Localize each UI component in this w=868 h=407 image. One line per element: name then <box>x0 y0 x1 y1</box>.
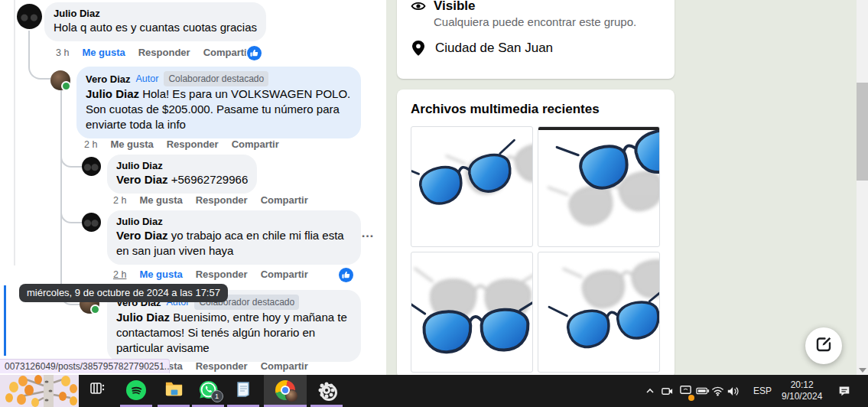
thumbs-up-icon <box>250 47 258 60</box>
media-photo-sunglasses[interactable] <box>411 126 533 247</box>
media-grid <box>411 126 661 373</box>
media-photo-sunglasses[interactable] <box>538 252 660 373</box>
comment-actions: 2 h Me gusta Responder Compartir <box>113 194 308 206</box>
thread-connector <box>28 31 50 80</box>
thread-connector <box>60 210 83 223</box>
reply-link[interactable]: Responder <box>196 194 248 206</box>
comment-bubble: Julio Diaz Vero Diaz yo trabajo aca en c… <box>107 210 361 265</box>
file-explorer-icon <box>164 378 184 402</box>
task-view-icon <box>89 380 106 400</box>
taskbar-file-explorer[interactable] <box>157 375 190 405</box>
tray-volume[interactable] <box>727 375 740 407</box>
comment-author[interactable]: Julio Diaz <box>116 215 352 228</box>
notifications-icon <box>837 384 851 398</box>
like-link[interactable]: Me gusta <box>139 194 182 206</box>
eye-icon <box>411 0 426 14</box>
scroll-down-icon[interactable] <box>859 368 866 373</box>
taskbar-settings[interactable] <box>310 375 343 405</box>
taskbar-notepad[interactable] <box>226 375 260 405</box>
comment-time[interactable]: 3 h <box>56 47 69 58</box>
settings-gear-icon <box>323 386 330 394</box>
reply-link[interactable]: Responder <box>167 138 219 150</box>
recent-media-card: Archivos multimedia recientes <box>397 90 675 379</box>
group-location: Ciudad de San Juan <box>435 41 553 56</box>
language-indicator[interactable]: ESP <box>753 375 772 407</box>
comment-text: +56962729966 <box>171 173 249 186</box>
mention-link[interactable]: Julio Diaz <box>86 87 139 100</box>
taskbar-spotify[interactable] <box>119 375 153 405</box>
group-info-card: Visible Cualquiera puede encontrar este … <box>397 0 675 79</box>
taskbar-whatsapp[interactable]: 1 <box>191 375 225 405</box>
author-badge: Autor <box>136 72 159 86</box>
taskbar-chrome-active[interactable] <box>264 375 307 405</box>
more-options-button[interactable]: … <box>361 226 375 241</box>
like-link[interactable]: Me gusta <box>82 47 125 58</box>
online-status-dot <box>90 304 100 314</box>
comment-author[interactable]: Julio Diaz <box>54 7 257 20</box>
share-link[interactable]: Compartir <box>232 138 279 150</box>
tray-device[interactable] <box>679 375 692 407</box>
like-count-badge[interactable] <box>339 268 353 282</box>
new-activity-indicator <box>4 285 6 356</box>
clock[interactable]: 20:12 9/10/2024 <box>782 375 822 407</box>
comment-actions: 2 h Me gusta Responder Compartir <box>113 269 308 280</box>
share-link[interactable]: Compartir <box>261 269 308 280</box>
scrollbar-thumb[interactable] <box>857 83 868 181</box>
comment-author[interactable]: Julio Diaz <box>116 159 248 172</box>
clock-time: 20:12 <box>782 379 822 391</box>
mention-link[interactable]: Vero Diaz <box>116 173 168 186</box>
thread-guide-line <box>14 0 15 265</box>
clock-date: 9/10/2024 <box>782 391 822 402</box>
scrollbar-track[interactable] <box>857 0 868 375</box>
thread-connector <box>60 90 63 293</box>
reply-link[interactable]: Responder <box>196 360 248 372</box>
tray-notification-dot <box>688 395 694 401</box>
tray-camera[interactable] <box>661 375 674 407</box>
notification-center[interactable]: 2 <box>837 375 868 407</box>
share-link[interactable]: Compartir <box>203 47 251 58</box>
whatsapp-notification-badge: 1 <box>211 390 223 402</box>
media-photo-sunglasses[interactable] <box>411 252 533 373</box>
wifi-icon <box>711 386 724 396</box>
visibility-description: Cualquiera puede encontrar este grupo. <box>434 15 636 30</box>
mention-link[interactable]: Vero Diaz <box>116 229 168 242</box>
task-view-button[interactable] <box>80 375 114 405</box>
comment-actions: 3 h Me gusta Responder Compartir <box>56 47 251 58</box>
notepad-icon <box>234 379 252 401</box>
recent-media-title: Archivos multimedia recientes <box>411 102 661 117</box>
mention-link[interactable]: Julio Diaz <box>116 311 170 324</box>
reply-link[interactable]: Responder <box>196 269 248 280</box>
weather-widget[interactable] <box>0 375 79 407</box>
spotify-icon <box>126 380 146 400</box>
comment-author[interactable]: Vero Diaz <box>86 73 131 86</box>
share-link[interactable]: Compartir <box>261 360 308 372</box>
browser-status-url: 0073126049/posts/3857957827790251... <box>0 359 170 373</box>
online-status-dot <box>61 81 71 91</box>
like-link[interactable]: Me gusta <box>110 138 153 150</box>
tablet-icon <box>679 383 692 396</box>
visibility-title: Visible <box>434 0 636 14</box>
camera-icon <box>661 385 674 398</box>
tray-chevron[interactable] <box>645 375 655 407</box>
media-photo-sunglasses[interactable] <box>538 126 660 247</box>
chrome-icon <box>275 380 295 400</box>
reply-link[interactable]: Responder <box>138 47 190 58</box>
avatar-vero-diaz[interactable] <box>50 70 70 90</box>
comment-time[interactable]: 2 h <box>113 269 126 280</box>
avatar-julio-diaz[interactable] <box>82 157 101 176</box>
comment-time[interactable]: 2 h <box>113 195 126 206</box>
compose-button[interactable] <box>805 327 842 364</box>
tray-wifi[interactable] <box>711 375 724 407</box>
chrome-profile-avatar <box>285 389 298 402</box>
comment-bubble: Julio Diaz Hola q auto es y cuantas cuot… <box>44 2 266 41</box>
like-link[interactable]: Me gusta <box>139 269 182 280</box>
comment-bubble: Julio Diaz Vero Diaz +56962729966 <box>107 155 257 194</box>
tray-battery[interactable] <box>696 375 710 407</box>
avatar-julio-diaz[interactable] <box>82 213 101 232</box>
comment-time[interactable]: 2 h <box>84 139 97 150</box>
like-count-badge[interactable] <box>247 46 262 60</box>
avatar-julio-diaz[interactable] <box>17 4 42 29</box>
windows-taskbar: 1 <box>0 375 868 407</box>
share-link[interactable]: Compartir <box>261 194 308 206</box>
comment-actions: 2 h Me gusta Responder Compartir <box>84 138 279 150</box>
